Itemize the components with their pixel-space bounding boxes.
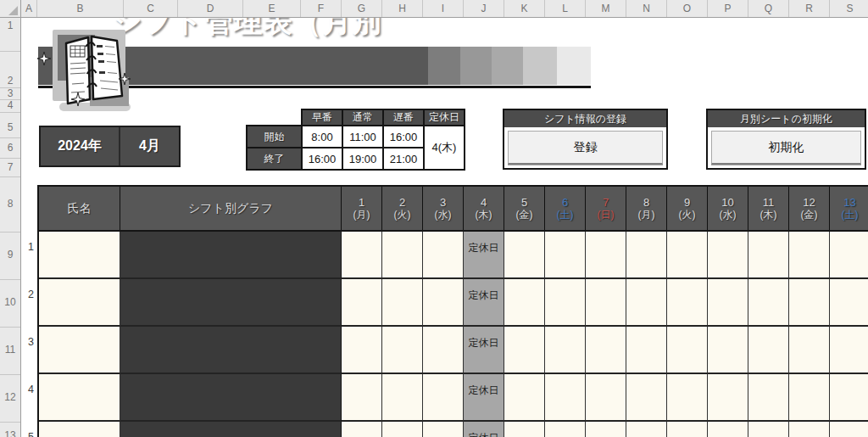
column-header-D[interactable]: D bbox=[178, 0, 243, 17]
shift-cell-day13-member-5[interactable] bbox=[830, 422, 868, 437]
shift-cell-day13-member-2[interactable] bbox=[830, 279, 868, 327]
row-header-4[interactable]: 4 bbox=[0, 98, 20, 112]
shift-cell-day1-member-5[interactable] bbox=[342, 422, 382, 437]
shift-cell-day1-member-2[interactable] bbox=[342, 279, 382, 327]
shift-cell-day11-member-4[interactable] bbox=[748, 374, 789, 422]
column-header-P[interactable]: P bbox=[708, 0, 748, 17]
column-header-L[interactable]: L bbox=[545, 0, 586, 17]
column-header-Q[interactable]: Q bbox=[748, 0, 789, 17]
column-header-K[interactable]: K bbox=[504, 0, 545, 17]
shift-cell-day11-member-3[interactable] bbox=[748, 327, 789, 374]
shift-cell-day4-member-4[interactable]: 定休日 bbox=[464, 374, 504, 422]
shift-cell-day7-member-2[interactable] bbox=[586, 279, 626, 327]
shift-cell-day1-member-4[interactable] bbox=[342, 374, 382, 422]
row-header-2[interactable]: 2 bbox=[0, 74, 20, 87]
shift-cell-day6-member-3[interactable] bbox=[545, 327, 586, 374]
shift-cell-day10-member-2[interactable] bbox=[708, 279, 748, 327]
column-header-I[interactable]: I bbox=[423, 0, 464, 17]
row-header-11[interactable]: 11 bbox=[0, 343, 20, 356]
column-header-E[interactable]: E bbox=[243, 0, 301, 17]
shift-cell-day11-member-2[interactable] bbox=[748, 279, 789, 327]
row-header-5[interactable]: 5 bbox=[0, 120, 20, 134]
graph-cell-member-4[interactable] bbox=[120, 374, 342, 422]
shift-cell-day4-member-5[interactable]: 定休日 bbox=[464, 422, 504, 437]
shift-cell-day2-member-3[interactable] bbox=[382, 327, 423, 374]
shift-cell-day6-member-4[interactable] bbox=[545, 374, 586, 422]
column-header-C[interactable]: C bbox=[124, 0, 178, 17]
shift-cell-day13-member-4[interactable] bbox=[830, 374, 868, 422]
shift-cell-day6-member-1[interactable] bbox=[545, 232, 586, 279]
shift-cell-day10-member-1[interactable] bbox=[708, 232, 748, 279]
shift-cell-day2-member-5[interactable] bbox=[382, 422, 423, 437]
graph-cell-member-2[interactable] bbox=[120, 279, 342, 327]
shift-cell-day12-member-3[interactable] bbox=[789, 327, 830, 374]
shift-cell-day10-member-5[interactable] bbox=[708, 422, 748, 437]
shift-cell-day3-member-3[interactable] bbox=[423, 327, 464, 374]
shift-cell-day5-member-2[interactable] bbox=[504, 279, 545, 327]
graph-cell-member-1[interactable] bbox=[120, 232, 342, 279]
shift-cell-day10-member-4[interactable] bbox=[708, 374, 748, 422]
shift-cell-day12-member-5[interactable] bbox=[789, 422, 830, 437]
graph-cell-member-3[interactable] bbox=[120, 327, 342, 374]
late-start-cell[interactable]: 16:00 bbox=[383, 126, 424, 148]
holiday-value-cell[interactable]: 4(木) bbox=[424, 126, 465, 170]
column-header-R[interactable]: R bbox=[789, 0, 830, 17]
row-header-7[interactable]: 7 bbox=[0, 160, 20, 174]
year-cell[interactable]: 2024年 bbox=[41, 127, 120, 165]
shift-cell-day4-member-2[interactable]: 定休日 bbox=[464, 279, 504, 327]
row-header-8[interactable]: 8 bbox=[0, 197, 20, 210]
shift-cell-day8-member-2[interactable] bbox=[626, 279, 667, 327]
shift-cell-day2-member-4[interactable] bbox=[382, 374, 423, 422]
row-header-1[interactable]: 1 bbox=[0, 19, 20, 32]
shift-cell-day3-member-2[interactable] bbox=[423, 279, 464, 327]
shift-cell-day2-member-1[interactable] bbox=[382, 232, 423, 279]
select-all-button[interactable] bbox=[0, 0, 21, 18]
init-button[interactable]: 初期化 bbox=[711, 131, 861, 165]
column-header-A[interactable]: A bbox=[21, 0, 37, 17]
shift-cell-day9-member-5[interactable] bbox=[667, 422, 708, 437]
column-header-S[interactable]: S bbox=[830, 0, 868, 17]
normal-start-cell[interactable]: 11:00 bbox=[342, 126, 383, 148]
column-header-F[interactable]: F bbox=[301, 0, 342, 17]
column-header-J[interactable]: J bbox=[464, 0, 504, 17]
shift-cell-day11-member-1[interactable] bbox=[748, 232, 789, 279]
column-header-N[interactable]: N bbox=[626, 0, 667, 17]
shift-cell-day9-member-3[interactable] bbox=[667, 327, 708, 374]
column-header-M[interactable]: M bbox=[586, 0, 626, 17]
row-header-10[interactable]: 10 bbox=[0, 295, 20, 309]
shift-cell-day4-member-1[interactable]: 定休日 bbox=[464, 232, 504, 279]
name-cell-member-5[interactable] bbox=[39, 422, 120, 437]
row-header-13[interactable]: 13 bbox=[0, 429, 20, 437]
name-cell-member-4[interactable] bbox=[39, 374, 120, 422]
shift-cell-day7-member-5[interactable] bbox=[586, 422, 626, 437]
shift-cell-day9-member-1[interactable] bbox=[667, 232, 708, 279]
shift-cell-day3-member-5[interactable] bbox=[423, 422, 464, 437]
late-end-cell[interactable]: 21:00 bbox=[383, 148, 424, 170]
shift-cell-day12-member-2[interactable] bbox=[789, 279, 830, 327]
shift-cell-day5-member-1[interactable] bbox=[504, 232, 545, 279]
name-cell-member-1[interactable] bbox=[39, 232, 120, 279]
shift-cell-day5-member-5[interactable] bbox=[504, 422, 545, 437]
name-cell-member-3[interactable] bbox=[39, 327, 120, 374]
shift-cell-day9-member-4[interactable] bbox=[667, 374, 708, 422]
shift-cell-day8-member-4[interactable] bbox=[626, 374, 667, 422]
shift-cell-day7-member-1[interactable] bbox=[586, 232, 626, 279]
shift-cell-day9-member-2[interactable] bbox=[667, 279, 708, 327]
normal-end-cell[interactable]: 19:00 bbox=[342, 148, 383, 170]
shift-cell-day7-member-3[interactable] bbox=[586, 327, 626, 374]
shift-cell-day6-member-5[interactable] bbox=[545, 422, 586, 437]
row-header-12[interactable]: 12 bbox=[0, 390, 20, 404]
shift-cell-day1-member-3[interactable] bbox=[342, 327, 382, 374]
shift-cell-day8-member-1[interactable] bbox=[626, 232, 667, 279]
shift-cell-day5-member-3[interactable] bbox=[504, 327, 545, 374]
shift-cell-day5-member-4[interactable] bbox=[504, 374, 545, 422]
row-header-6[interactable]: 6 bbox=[0, 141, 20, 154]
shift-cell-day6-member-2[interactable] bbox=[545, 279, 586, 327]
shift-cell-day13-member-3[interactable] bbox=[830, 327, 868, 374]
shift-cell-day7-member-4[interactable] bbox=[586, 374, 626, 422]
month-cell[interactable]: 4月 bbox=[120, 127, 179, 165]
column-header-O[interactable]: O bbox=[667, 0, 708, 17]
shift-cell-day11-member-5[interactable] bbox=[748, 422, 789, 437]
shift-cell-day12-member-1[interactable] bbox=[789, 232, 830, 279]
graph-cell-member-5[interactable] bbox=[120, 422, 342, 437]
